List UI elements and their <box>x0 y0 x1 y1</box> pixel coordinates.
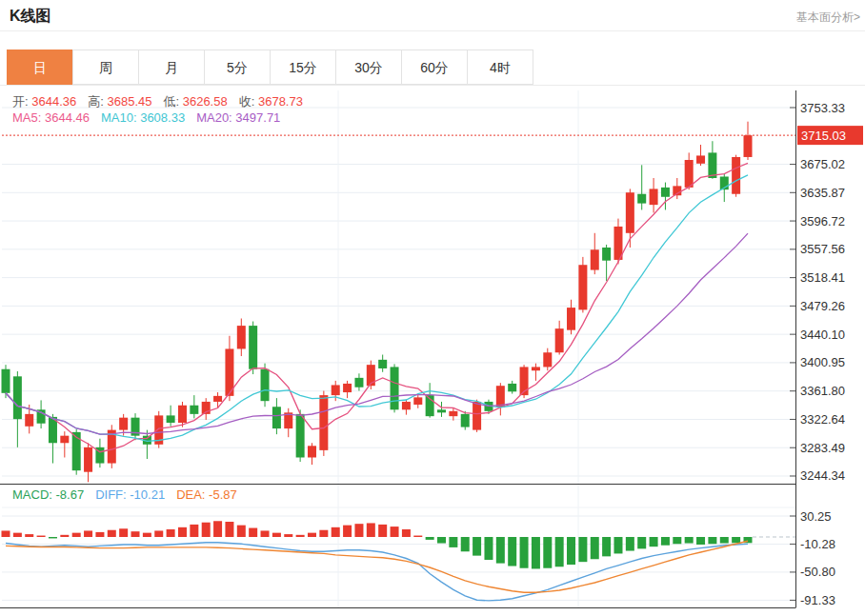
macd-bar <box>708 537 716 544</box>
macd-bar <box>673 537 681 544</box>
macd-bar <box>685 537 694 544</box>
macd-bar <box>308 533 316 537</box>
candle <box>650 189 658 205</box>
macd-legend: MACD: -8.67DIFF: -10.21DEA: -5.87 <box>12 487 249 502</box>
macd-bar <box>578 537 587 562</box>
candle <box>508 384 516 391</box>
candle <box>319 395 328 450</box>
legend-item: MA20: 3497.71 <box>196 110 280 125</box>
candle <box>261 369 270 401</box>
macd-bar <box>426 537 434 540</box>
candle <box>119 418 128 430</box>
dea-line <box>6 541 748 592</box>
ma5-line <box>6 163 748 451</box>
macd-bar <box>272 533 281 537</box>
candle <box>602 248 611 261</box>
diff-line <box>6 543 748 601</box>
candle <box>696 155 705 163</box>
macd-bar <box>25 534 33 537</box>
macd-bar <box>437 537 446 544</box>
y-axis-label: -10.28 <box>800 537 835 551</box>
candle <box>685 160 694 188</box>
macd-bar <box>143 533 151 537</box>
macd-bar <box>473 537 481 556</box>
candle <box>461 414 470 427</box>
macd-bar <box>732 537 740 543</box>
candle <box>308 446 316 457</box>
y-axis-label: 3753.33 <box>800 101 845 115</box>
y-axis-label: 3635.87 <box>800 186 845 200</box>
macd-bar <box>413 536 422 537</box>
y-axis-label: 30.25 <box>800 509 832 524</box>
macd-bar <box>567 537 575 565</box>
candle <box>744 135 753 157</box>
macd-bar <box>461 537 470 551</box>
candle <box>578 265 587 309</box>
macd-bar <box>332 527 340 537</box>
macd-bar <box>131 531 140 537</box>
candle <box>532 367 540 370</box>
legend-item: MA10: 3608.33 <box>101 110 185 125</box>
legend-item: MACD: -8.67 <box>12 487 84 502</box>
y-axis-label: -50.80 <box>800 565 835 579</box>
legend-item: DEA: -5.87 <box>176 487 237 502</box>
macd-bar <box>2 530 10 537</box>
candle <box>391 367 399 409</box>
legend-item: 开: 3644.36 <box>12 94 76 109</box>
macd-bar <box>496 537 505 564</box>
candle <box>402 402 411 409</box>
candle <box>413 397 422 405</box>
macd-bar <box>650 537 658 546</box>
ma10-line <box>6 175 748 441</box>
macd-bar <box>60 535 69 537</box>
y-axis-label: 3518.41 <box>800 270 845 285</box>
macd-bar <box>225 522 233 537</box>
candle <box>213 396 222 402</box>
macd-bar <box>49 537 57 538</box>
candle <box>60 436 69 444</box>
legend-item: 低: 3626.58 <box>163 94 227 109</box>
macd-bar <box>532 537 540 568</box>
y-axis-label: 3479.26 <box>800 299 845 313</box>
ohlc-readout: 开: 3644.36高: 3685.45低: 3626.58收: 3678.73 <box>12 93 314 110</box>
candle <box>237 326 246 348</box>
macd-bar <box>72 533 81 537</box>
candle <box>708 152 716 178</box>
candle <box>167 415 175 423</box>
candle <box>567 308 575 330</box>
macd-bar <box>84 530 92 537</box>
macd-bar <box>543 537 552 568</box>
y-axis-label: 3283.49 <box>800 441 845 455</box>
legend-item: 收: 3678.73 <box>239 94 303 109</box>
candle <box>249 326 257 369</box>
candle <box>591 249 599 269</box>
macd-bar <box>249 528 257 537</box>
macd-bar <box>367 523 375 537</box>
candle <box>661 188 670 197</box>
legend-item: MA5: 3644.46 <box>12 110 90 125</box>
macd-bar <box>119 528 128 537</box>
macd-bar <box>178 527 187 537</box>
candle <box>473 402 481 430</box>
candle <box>190 406 198 414</box>
candle <box>272 407 281 428</box>
kline-page: K线图 基本面分析> 日周月5分15分30分60分4时 3715.033753.… <box>0 0 865 616</box>
macd-bar <box>13 533 22 537</box>
macd-bar <box>520 537 529 568</box>
legend-item: DIFF: -10.21 <box>95 487 165 502</box>
candle <box>343 384 352 392</box>
macd-bar <box>190 525 198 537</box>
macd-bar <box>237 526 246 537</box>
macd-bar <box>284 534 292 537</box>
macd-bar <box>154 530 163 537</box>
candle <box>296 414 305 458</box>
macd-bar <box>555 537 564 566</box>
macd-bar <box>626 537 634 551</box>
candle <box>84 447 92 472</box>
macd-bar <box>354 524 363 537</box>
y-axis-label: 3596.72 <box>800 214 845 229</box>
candle <box>555 328 564 352</box>
y-axis-label: 3440.10 <box>800 328 845 342</box>
macd-bar <box>402 529 411 537</box>
candle <box>2 369 10 393</box>
